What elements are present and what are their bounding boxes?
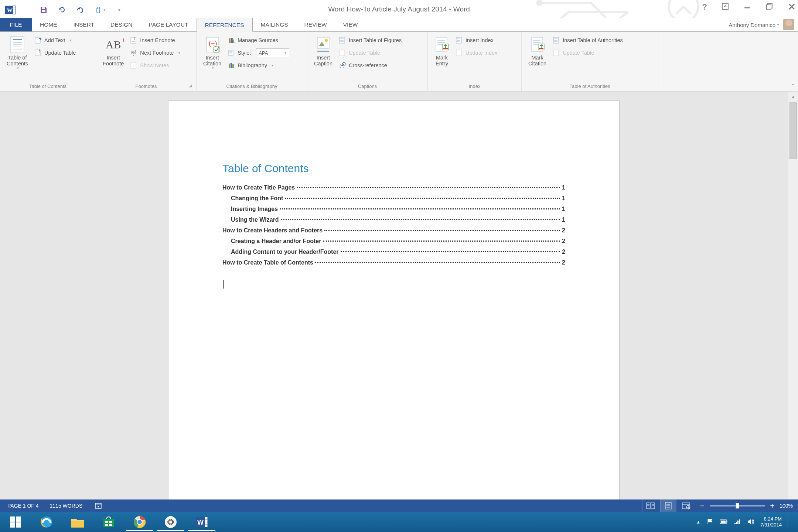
ribbon-options-icon[interactable] bbox=[721, 3, 729, 12]
volume-icon[interactable] bbox=[747, 518, 754, 526]
svg-rect-117 bbox=[727, 521, 727, 522]
mark-entry-button[interactable]: Mark Entry bbox=[431, 34, 453, 82]
svg-text:1: 1 bbox=[135, 50, 137, 53]
tab-file[interactable]: FILE bbox=[0, 18, 32, 31]
svg-text:!: ! bbox=[39, 50, 40, 53]
read-mode-icon[interactable] bbox=[642, 499, 659, 512]
insert-toa-button[interactable]: Insert Table of Authorities bbox=[550, 34, 626, 47]
insert-footnote-button[interactable]: AB1 Insert Footnote bbox=[99, 34, 127, 82]
word-taskbar-icon[interactable]: W bbox=[186, 512, 217, 532]
toc-entry[interactable]: Changing the Font1 bbox=[222, 189, 565, 200]
web-layout-icon[interactable] bbox=[678, 499, 694, 512]
collapse-ribbon-icon[interactable]: ˄ bbox=[792, 83, 794, 89]
clock[interactable]: 8:24 PM 7/31/2014 bbox=[760, 516, 782, 528]
restore-icon[interactable] bbox=[765, 3, 774, 12]
tab-design[interactable]: DESIGN bbox=[102, 18, 140, 31]
macros-icon[interactable] bbox=[93, 501, 103, 511]
zoom-slider[interactable] bbox=[710, 505, 765, 507]
avatar bbox=[783, 19, 794, 30]
scroll-thumb[interactable] bbox=[790, 102, 797, 159]
taskbar: W ▲ 8:24 PM 7/31/2014 bbox=[0, 512, 798, 532]
update-index-button: Update Index bbox=[453, 47, 500, 59]
tray-chevron-icon[interactable]: ▲ bbox=[696, 519, 700, 525]
flag-icon[interactable] bbox=[706, 518, 714, 526]
zoom-readout[interactable]: 100% bbox=[780, 503, 793, 509]
tab-review[interactable]: REVIEW bbox=[296, 18, 335, 31]
word-count[interactable]: 1115 WORDS bbox=[50, 503, 83, 509]
help-icon[interactable]: ? bbox=[702, 2, 707, 12]
svg-text:(−): (−) bbox=[209, 40, 217, 47]
tab-mailings[interactable]: MAILINGS bbox=[253, 18, 296, 31]
svg-rect-99 bbox=[103, 519, 114, 527]
start-button[interactable] bbox=[0, 512, 31, 532]
group-captions: Insert Caption Insert Table of Figures U… bbox=[307, 32, 428, 91]
svg-rect-53 bbox=[340, 50, 345, 56]
user-name: Anthony Domanico bbox=[729, 22, 775, 28]
toc-entry[interactable]: How to Create Title Pages1 bbox=[222, 178, 565, 189]
insert-index-button[interactable]: Insert Index bbox=[453, 34, 500, 47]
vertical-scrollbar[interactable]: ▲ ▼ bbox=[788, 92, 798, 512]
insert-table-of-figures-button[interactable]: Insert Table of Figures bbox=[336, 34, 405, 47]
svg-rect-27 bbox=[131, 37, 136, 43]
toc-entry[interactable]: Using the Wizard1 bbox=[222, 211, 565, 221]
insert-citation-button[interactable]: (−) Insert Citation▼ bbox=[200, 34, 225, 82]
svg-rect-93 bbox=[10, 516, 15, 522]
wifi-icon[interactable] bbox=[734, 519, 741, 526]
insert-endnote-button[interactable]: iInsert Endnote bbox=[127, 34, 184, 47]
minimize-icon[interactable] bbox=[743, 3, 751, 12]
svg-rect-66 bbox=[456, 50, 461, 56]
toc-entry[interactable]: How to Create Headers and Footers2 bbox=[222, 221, 565, 232]
toc-entry[interactable]: Inserting Images1 bbox=[222, 200, 565, 211]
close-icon[interactable] bbox=[788, 3, 796, 12]
show-notes-button: Show Notes bbox=[127, 59, 184, 72]
svg-rect-94 bbox=[16, 516, 21, 522]
citation-style[interactable]: Style: APA▼ bbox=[225, 47, 292, 59]
svg-rect-102 bbox=[105, 524, 108, 526]
tab-home[interactable]: HOME bbox=[32, 18, 65, 31]
print-layout-icon[interactable] bbox=[660, 499, 676, 512]
page-indicator[interactable]: PAGE 1 OF 4 bbox=[7, 503, 39, 509]
toc-heading: Table of Contents bbox=[222, 162, 308, 175]
tab-references[interactable]: REFERENCES bbox=[197, 18, 253, 32]
manage-sources-button[interactable]: Manage Sources bbox=[225, 34, 292, 47]
internet-explorer-icon[interactable] bbox=[31, 512, 62, 532]
user-account[interactable]: Anthony Domanico ▼ bbox=[729, 19, 794, 30]
toc-entry[interactable]: Adding Content to your Header/Footer2 bbox=[222, 243, 565, 253]
svg-rect-98 bbox=[71, 521, 84, 528]
svg-point-47 bbox=[325, 39, 328, 42]
group-table-of-authorities: Mark Citation Insert Table of Authoritie… bbox=[522, 32, 658, 91]
scroll-up-icon[interactable]: ▲ bbox=[788, 92, 798, 101]
insert-caption-button[interactable]: Insert Caption bbox=[310, 34, 336, 82]
status-bar: PAGE 1 OF 4 1115 WORDS − + 100% bbox=[0, 499, 798, 512]
add-text-button[interactable]: Add Text▼ bbox=[32, 34, 79, 47]
battery-icon[interactable] bbox=[720, 519, 728, 525]
toc-entry[interactable]: How to Create Table of Contents2 bbox=[222, 253, 565, 264]
table-of-contents-button[interactable]: Table of Contents▼ bbox=[3, 34, 32, 82]
toc-entry[interactable]: Creating a Header and/or Footer2 bbox=[222, 232, 565, 243]
svg-rect-96 bbox=[16, 522, 21, 528]
svg-rect-118 bbox=[734, 523, 736, 524]
bibliography-button[interactable]: Bibliography▼ bbox=[225, 59, 292, 72]
zoom-out-button[interactable]: − bbox=[700, 502, 705, 510]
cross-reference-button[interactable]: (¬)Cross-reference bbox=[336, 59, 405, 72]
show-desktop[interactable] bbox=[788, 515, 791, 529]
tab-view[interactable]: VIEW bbox=[335, 18, 366, 31]
page[interactable]: Table of Contents How to Create Title Pa… bbox=[168, 100, 620, 512]
tab-page-layout[interactable]: PAGE LAYOUT bbox=[141, 18, 197, 31]
style-dropdown[interactable]: APA▼ bbox=[256, 48, 289, 57]
file-explorer-icon[interactable] bbox=[62, 512, 93, 532]
mark-citation-button[interactable]: Mark Citation bbox=[525, 34, 550, 82]
svg-rect-38 bbox=[231, 38, 233, 43]
update-table-button[interactable]: !Update Table bbox=[32, 47, 79, 59]
tab-insert[interactable]: INSERT bbox=[65, 18, 103, 31]
store-icon[interactable] bbox=[93, 512, 124, 532]
footnotes-launcher-icon[interactable]: ◢ bbox=[189, 83, 195, 89]
next-footnote-button[interactable]: AB1Next Footnote▼ bbox=[127, 47, 184, 59]
toc-list: How to Create Title Pages1Changing the F… bbox=[222, 178, 565, 264]
svg-rect-116 bbox=[721, 521, 726, 523]
app-icon[interactable] bbox=[155, 512, 186, 532]
group-footnotes: AB1 Insert Footnote iInsert Endnote AB1N… bbox=[96, 32, 197, 91]
svg-rect-90 bbox=[682, 503, 690, 509]
chrome-icon[interactable] bbox=[124, 512, 155, 532]
zoom-in-button[interactable]: + bbox=[770, 502, 775, 510]
